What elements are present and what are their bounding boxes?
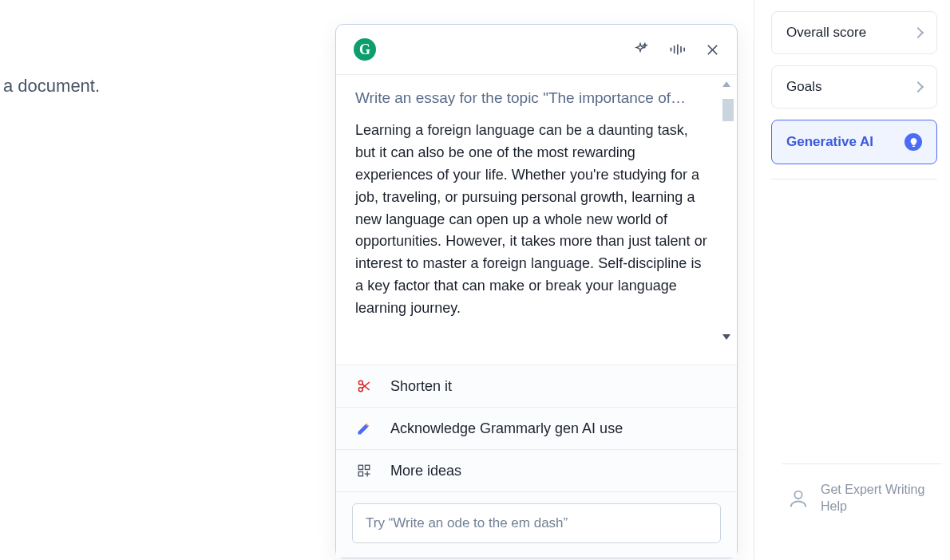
overall-score-card[interactable]: Overall score — [771, 11, 937, 54]
goals-label: Goals — [786, 79, 821, 95]
grid-plus-icon — [355, 462, 373, 479]
popup-content: Write an essay for the topic "The import… — [336, 75, 737, 350]
voice-button[interactable] — [669, 42, 685, 57]
logo-letter: G — [359, 41, 370, 58]
expert-help-label: Get Expert Writing Help — [821, 482, 950, 515]
acknowledge-action[interactable]: Acknowledge Grammarly gen AI use — [336, 408, 737, 450]
prompt-input-wrap — [336, 492, 737, 558]
overall-score-label: Overall score — [786, 25, 866, 41]
right-separator — [754, 0, 754, 560]
popup-actions: Shorten it Acknowledge Grammarly gen AI … — [336, 365, 737, 558]
close-button[interactable] — [706, 43, 719, 57]
more-ideas-action[interactable]: More ideas — [336, 450, 737, 492]
expert-writing-help[interactable]: Get Expert Writing Help — [787, 482, 950, 515]
popup-header-actions — [632, 41, 719, 57]
prompt-input[interactable] — [352, 503, 721, 543]
sparkle-button[interactable] — [632, 41, 648, 57]
scissors-icon — [355, 377, 373, 395]
svg-rect-13 — [366, 465, 370, 469]
goals-card[interactable]: Goals — [771, 65, 937, 108]
bulb-icon — [904, 133, 922, 151]
grammarly-ai-popup: G — [335, 24, 738, 558]
sidebar-divider — [771, 179, 937, 179]
svg-point-0 — [794, 491, 802, 498]
popup-scroll-area: Write an essay for the topic "The import… — [336, 75, 737, 365]
svg-rect-14 — [358, 472, 362, 476]
sidebar-lower-divider — [782, 463, 941, 464]
document-text-fragment: a document. — [3, 76, 100, 97]
generative-ai-label: Generative AI — [786, 134, 873, 150]
essay-body: Learning a foreign language can be a dau… — [355, 120, 718, 320]
grammarly-logo[interactable]: G — [354, 38, 376, 61]
svg-rect-12 — [358, 465, 362, 469]
right-panel: Overall score Goals Generative AI — [771, 11, 937, 179]
popup-header: G — [336, 25, 737, 75]
chevron-right-icon — [912, 27, 924, 38]
generative-ai-card[interactable]: Generative AI — [771, 120, 937, 164]
prompt-title: Write an essay for the topic "The import… — [355, 89, 718, 107]
shorten-action[interactable]: Shorten it — [336, 365, 737, 408]
shorten-label: Shorten it — [390, 378, 452, 395]
chevron-right-icon — [912, 81, 924, 93]
person-icon — [787, 487, 809, 510]
more-ideas-label: More ideas — [390, 463, 461, 479]
pencil-icon — [355, 420, 373, 437]
acknowledge-label: Acknowledge Grammarly gen AI use — [390, 420, 623, 437]
